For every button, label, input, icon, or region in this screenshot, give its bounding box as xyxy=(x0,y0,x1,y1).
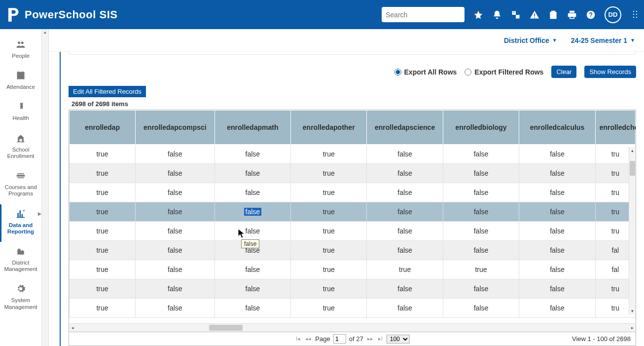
table-cell[interactable]: false xyxy=(367,241,443,260)
table-cell[interactable]: false xyxy=(136,241,215,260)
table-cell[interactable]: false xyxy=(215,145,290,164)
table-cell[interactable]: true xyxy=(70,222,136,241)
sidebar-item-district-management[interactable]: District Management xyxy=(0,242,41,279)
table-cell[interactable]: false xyxy=(519,164,595,183)
table-cell[interactable]: false xyxy=(136,145,215,164)
table-cell[interactable]: true xyxy=(70,183,136,202)
scroll-right-arrow-icon[interactable]: ▸ xyxy=(629,324,636,332)
term-selector[interactable]: 24-25 Semester 1 ▼ xyxy=(571,37,635,44)
search-input[interactable] xyxy=(386,11,472,19)
table-cell[interactable]: false xyxy=(136,183,215,202)
table-cell[interactable]: true xyxy=(291,145,367,164)
sidebar-item-school-enrollment[interactable]: School Enrollment xyxy=(0,129,41,166)
table-cell[interactable]: false xyxy=(136,202,215,222)
table-cell[interactable]: false xyxy=(443,145,519,164)
table-cell[interactable]: false xyxy=(519,222,595,241)
clipboard-check-icon[interactable] xyxy=(548,10,558,20)
pager-last-icon[interactable]: ▸I xyxy=(377,336,384,342)
table-cell[interactable]: false xyxy=(136,279,215,299)
export-filtered-radio-input[interactable] xyxy=(465,69,471,76)
scroll-up-arrow-icon[interactable]: ▴ xyxy=(629,147,636,154)
table-cell[interactable]: false xyxy=(215,222,290,241)
table-row[interactable]: truefalsefalsetruefalsefalsefalsetru xyxy=(70,299,636,318)
star-icon[interactable] xyxy=(473,10,483,20)
scroll-left-arrow-icon[interactable]: ◂ xyxy=(69,324,76,332)
table-cell[interactable]: false xyxy=(443,202,519,222)
table-row[interactable]: truefalsefalsetruefalsefalsefalsetru xyxy=(70,279,636,299)
scroll-thumb[interactable] xyxy=(630,161,635,176)
column-header[interactable]: enrolledapcompsci xyxy=(136,111,215,145)
location-selector[interactable]: District Office ▼ xyxy=(504,37,557,44)
column-header[interactable]: enrolledcalculus xyxy=(519,111,595,145)
show-records-button[interactable]: Show Records xyxy=(584,66,636,78)
pager-first-icon[interactable]: I◂ xyxy=(295,336,301,342)
sidebar-item-people[interactable]: People xyxy=(0,35,41,66)
table-cell[interactable]: true xyxy=(443,260,519,279)
table-cell[interactable]: true xyxy=(291,164,367,183)
printer-icon[interactable] xyxy=(567,10,577,20)
table-cell[interactable]: true xyxy=(70,299,136,318)
table-cell[interactable]: false xyxy=(215,279,290,299)
table-cell[interactable]: false xyxy=(443,299,519,318)
table-cell[interactable]: false xyxy=(519,202,595,222)
sidebar-item-system-management[interactable]: System Management xyxy=(0,279,41,317)
table-cell[interactable]: false xyxy=(215,299,290,318)
sidebar-item-courses-programs[interactable]: Courses and Programs xyxy=(0,166,41,204)
table-row[interactable]: truefalsefalsetruefalsefalsefalsetru xyxy=(70,222,636,241)
column-header[interactable]: enrolledapmath xyxy=(215,111,290,145)
sidebar-item-data-reporting[interactable]: ▶ Data and Reporting xyxy=(0,204,41,242)
table-cell[interactable]: false xyxy=(367,222,443,241)
table-cell[interactable]: false xyxy=(443,164,519,183)
table-horizontal-scrollbar[interactable]: ◂ ▸ xyxy=(69,323,636,332)
table-cell[interactable]: true xyxy=(70,164,136,183)
user-avatar[interactable]: DD xyxy=(605,6,621,23)
table-row[interactable]: truefalsefalsetruetruetruefalsefal xyxy=(70,260,636,279)
table-cell[interactable]: true xyxy=(291,260,367,279)
table-cell[interactable]: false xyxy=(215,260,290,279)
translate-icon[interactable] xyxy=(511,10,521,20)
table-cell[interactable]: false xyxy=(136,222,215,241)
pager-page-input[interactable] xyxy=(333,334,346,344)
search-box[interactable] xyxy=(382,7,465,22)
table-cell[interactable]: false xyxy=(136,260,215,279)
table-cell[interactable]: true xyxy=(291,222,367,241)
table-cell[interactable]: false xyxy=(443,279,519,299)
sidebar-scrollbar[interactable]: ▴ xyxy=(42,29,49,346)
table-cell[interactable]: false xyxy=(136,164,215,183)
table-cell[interactable]: true xyxy=(70,202,136,222)
pager-pagesize-select[interactable]: 100 xyxy=(387,335,410,344)
table-cell[interactable]: true xyxy=(70,241,136,260)
export-filtered-radio[interactable]: Export Filtered Rows xyxy=(465,68,543,76)
table-cell[interactable]: false xyxy=(519,299,595,318)
column-header[interactable]: enrolledapscience xyxy=(367,111,443,145)
table-cell[interactable]: false xyxy=(367,145,443,164)
table-cell[interactable]: false xyxy=(367,299,443,318)
table-cell[interactable]: true xyxy=(367,260,443,279)
table-cell[interactable]: false xyxy=(443,183,519,202)
table-cell[interactable]: false xyxy=(519,260,595,279)
export-all-radio[interactable]: Export All Rows xyxy=(394,68,457,76)
table-cell[interactable]: false xyxy=(215,202,290,222)
column-header[interactable]: enrolledapother xyxy=(291,111,367,145)
column-header[interactable]: enrolledbiology xyxy=(443,111,519,145)
table-row[interactable]: truefalsefalsetruefalsefalsefalsetru xyxy=(70,183,636,202)
table-cell[interactable]: false xyxy=(215,183,290,202)
table-cell[interactable]: false xyxy=(136,299,215,318)
scroll-thumb[interactable] xyxy=(209,325,243,331)
table-cell[interactable]: true xyxy=(70,279,136,299)
table-cell[interactable]: false xyxy=(215,241,290,260)
help-icon[interactable] xyxy=(586,10,596,20)
table-cell[interactable]: false xyxy=(367,279,443,299)
column-header[interactable]: enrolledap xyxy=(70,111,136,145)
table-cell[interactable]: false xyxy=(443,222,519,241)
table-cell[interactable]: false xyxy=(519,279,595,299)
bell-icon[interactable] xyxy=(492,10,502,20)
pager-prev-icon[interactable]: ◂◂ xyxy=(304,336,312,342)
pager-next-icon[interactable]: ▸▸ xyxy=(366,336,374,342)
table-row[interactable]: truefalsefalsetruefalsefalsefalsefal xyxy=(70,241,636,260)
table-row[interactable]: truefalsefalsetruefalsefalsefalsetru xyxy=(70,145,636,164)
table-cell[interactable]: false xyxy=(215,164,290,183)
table-cell[interactable]: false xyxy=(367,164,443,183)
table-cell[interactable]: false xyxy=(443,241,519,260)
table-cell[interactable]: true xyxy=(291,202,367,222)
